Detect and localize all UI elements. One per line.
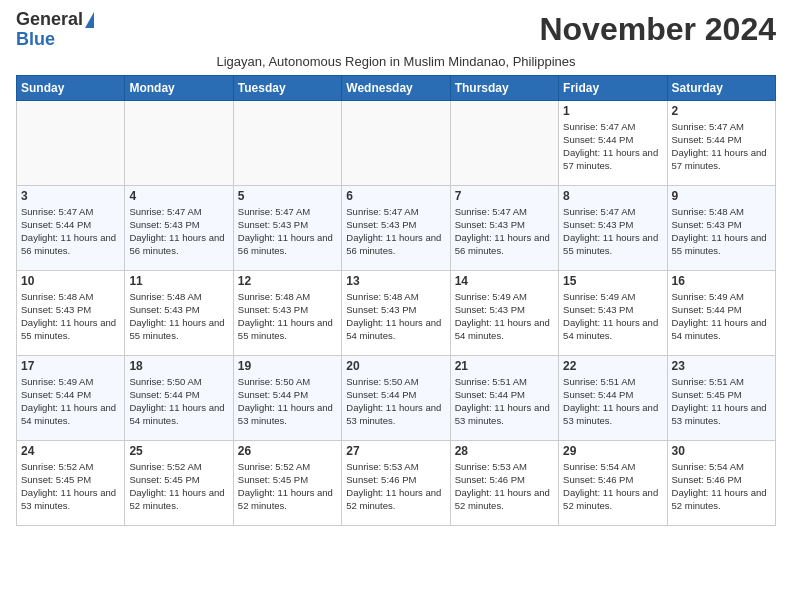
- day-info: Sunrise: 5:48 AMSunset: 5:43 PMDaylight:…: [21, 290, 120, 343]
- calendar-cell: 5Sunrise: 5:47 AMSunset: 5:43 PMDaylight…: [233, 185, 341, 270]
- calendar-cell: [233, 100, 341, 185]
- calendar-cell: 2Sunrise: 5:47 AMSunset: 5:44 PMDaylight…: [667, 100, 775, 185]
- calendar-cell: 19Sunrise: 5:50 AMSunset: 5:44 PMDayligh…: [233, 355, 341, 440]
- day-number: 18: [129, 359, 228, 373]
- calendar-cell: [125, 100, 233, 185]
- calendar-cell: 9Sunrise: 5:48 AMSunset: 5:43 PMDaylight…: [667, 185, 775, 270]
- day-info: Sunrise: 5:50 AMSunset: 5:44 PMDaylight:…: [346, 375, 445, 428]
- day-number: 17: [21, 359, 120, 373]
- day-number: 26: [238, 444, 337, 458]
- calendar-cell: 27Sunrise: 5:53 AMSunset: 5:46 PMDayligh…: [342, 440, 450, 525]
- day-number: 13: [346, 274, 445, 288]
- calendar-cell: [17, 100, 125, 185]
- day-info: Sunrise: 5:47 AMSunset: 5:43 PMDaylight:…: [455, 205, 554, 258]
- day-info: Sunrise: 5:47 AMSunset: 5:44 PMDaylight:…: [672, 120, 771, 173]
- day-number: 8: [563, 189, 662, 203]
- calendar-header-row: SundayMondayTuesdayWednesdayThursdayFrid…: [17, 75, 776, 100]
- day-number: 16: [672, 274, 771, 288]
- logo-triangle-icon: [85, 12, 94, 28]
- day-info: Sunrise: 5:47 AMSunset: 5:43 PMDaylight:…: [563, 205, 662, 258]
- day-info: Sunrise: 5:50 AMSunset: 5:44 PMDaylight:…: [129, 375, 228, 428]
- weekday-header-sunday: Sunday: [17, 75, 125, 100]
- calendar-cell: 7Sunrise: 5:47 AMSunset: 5:43 PMDaylight…: [450, 185, 558, 270]
- day-info: Sunrise: 5:51 AMSunset: 5:45 PMDaylight:…: [672, 375, 771, 428]
- day-info: Sunrise: 5:48 AMSunset: 5:43 PMDaylight:…: [672, 205, 771, 258]
- calendar-cell: 12Sunrise: 5:48 AMSunset: 5:43 PMDayligh…: [233, 270, 341, 355]
- calendar-cell: 14Sunrise: 5:49 AMSunset: 5:43 PMDayligh…: [450, 270, 558, 355]
- day-number: 10: [21, 274, 120, 288]
- day-number: 12: [238, 274, 337, 288]
- day-number: 7: [455, 189, 554, 203]
- day-info: Sunrise: 5:47 AMSunset: 5:44 PMDaylight:…: [21, 205, 120, 258]
- day-number: 21: [455, 359, 554, 373]
- day-number: 28: [455, 444, 554, 458]
- day-info: Sunrise: 5:50 AMSunset: 5:44 PMDaylight:…: [238, 375, 337, 428]
- calendar-cell: 13Sunrise: 5:48 AMSunset: 5:43 PMDayligh…: [342, 270, 450, 355]
- day-number: 30: [672, 444, 771, 458]
- calendar-cell: [450, 100, 558, 185]
- calendar-cell: 20Sunrise: 5:50 AMSunset: 5:44 PMDayligh…: [342, 355, 450, 440]
- calendar-cell: 4Sunrise: 5:47 AMSunset: 5:43 PMDaylight…: [125, 185, 233, 270]
- day-number: 22: [563, 359, 662, 373]
- weekday-header-saturday: Saturday: [667, 75, 775, 100]
- page-header: General Blue November 2024: [16, 10, 776, 50]
- day-info: Sunrise: 5:52 AMSunset: 5:45 PMDaylight:…: [238, 460, 337, 513]
- calendar-week-row: 3Sunrise: 5:47 AMSunset: 5:44 PMDaylight…: [17, 185, 776, 270]
- calendar-cell: [342, 100, 450, 185]
- day-info: Sunrise: 5:51 AMSunset: 5:44 PMDaylight:…: [455, 375, 554, 428]
- logo-blue-text: Blue: [16, 30, 55, 50]
- day-info: Sunrise: 5:54 AMSunset: 5:46 PMDaylight:…: [672, 460, 771, 513]
- calendar-cell: 8Sunrise: 5:47 AMSunset: 5:43 PMDaylight…: [559, 185, 667, 270]
- day-number: 3: [21, 189, 120, 203]
- day-number: 15: [563, 274, 662, 288]
- day-info: Sunrise: 5:49 AMSunset: 5:44 PMDaylight:…: [21, 375, 120, 428]
- calendar-cell: 28Sunrise: 5:53 AMSunset: 5:46 PMDayligh…: [450, 440, 558, 525]
- calendar-cell: 25Sunrise: 5:52 AMSunset: 5:45 PMDayligh…: [125, 440, 233, 525]
- weekday-header-tuesday: Tuesday: [233, 75, 341, 100]
- weekday-header-monday: Monday: [125, 75, 233, 100]
- day-number: 9: [672, 189, 771, 203]
- day-number: 25: [129, 444, 228, 458]
- calendar-cell: 24Sunrise: 5:52 AMSunset: 5:45 PMDayligh…: [17, 440, 125, 525]
- calendar-cell: 16Sunrise: 5:49 AMSunset: 5:44 PMDayligh…: [667, 270, 775, 355]
- day-info: Sunrise: 5:49 AMSunset: 5:43 PMDaylight:…: [455, 290, 554, 343]
- calendar-cell: 11Sunrise: 5:48 AMSunset: 5:43 PMDayligh…: [125, 270, 233, 355]
- weekday-header-thursday: Thursday: [450, 75, 558, 100]
- day-number: 23: [672, 359, 771, 373]
- day-number: 11: [129, 274, 228, 288]
- calendar-week-row: 1Sunrise: 5:47 AMSunset: 5:44 PMDaylight…: [17, 100, 776, 185]
- day-number: 19: [238, 359, 337, 373]
- day-info: Sunrise: 5:51 AMSunset: 5:44 PMDaylight:…: [563, 375, 662, 428]
- day-number: 6: [346, 189, 445, 203]
- day-number: 14: [455, 274, 554, 288]
- calendar-cell: 18Sunrise: 5:50 AMSunset: 5:44 PMDayligh…: [125, 355, 233, 440]
- calendar-week-row: 10Sunrise: 5:48 AMSunset: 5:43 PMDayligh…: [17, 270, 776, 355]
- calendar-cell: 15Sunrise: 5:49 AMSunset: 5:43 PMDayligh…: [559, 270, 667, 355]
- day-info: Sunrise: 5:52 AMSunset: 5:45 PMDaylight:…: [129, 460, 228, 513]
- calendar-cell: 10Sunrise: 5:48 AMSunset: 5:43 PMDayligh…: [17, 270, 125, 355]
- calendar-cell: 22Sunrise: 5:51 AMSunset: 5:44 PMDayligh…: [559, 355, 667, 440]
- day-number: 4: [129, 189, 228, 203]
- logo-general-text: General: [16, 10, 83, 30]
- day-number: 20: [346, 359, 445, 373]
- day-info: Sunrise: 5:53 AMSunset: 5:46 PMDaylight:…: [346, 460, 445, 513]
- day-info: Sunrise: 5:47 AMSunset: 5:43 PMDaylight:…: [346, 205, 445, 258]
- calendar-table: SundayMondayTuesdayWednesdayThursdayFrid…: [16, 75, 776, 526]
- calendar-cell: 21Sunrise: 5:51 AMSunset: 5:44 PMDayligh…: [450, 355, 558, 440]
- weekday-header-wednesday: Wednesday: [342, 75, 450, 100]
- day-info: Sunrise: 5:52 AMSunset: 5:45 PMDaylight:…: [21, 460, 120, 513]
- day-info: Sunrise: 5:48 AMSunset: 5:43 PMDaylight:…: [346, 290, 445, 343]
- day-info: Sunrise: 5:47 AMSunset: 5:43 PMDaylight:…: [238, 205, 337, 258]
- day-info: Sunrise: 5:49 AMSunset: 5:44 PMDaylight:…: [672, 290, 771, 343]
- weekday-header-friday: Friday: [559, 75, 667, 100]
- day-number: 5: [238, 189, 337, 203]
- day-info: Sunrise: 5:53 AMSunset: 5:46 PMDaylight:…: [455, 460, 554, 513]
- calendar-cell: 17Sunrise: 5:49 AMSunset: 5:44 PMDayligh…: [17, 355, 125, 440]
- calendar-cell: 23Sunrise: 5:51 AMSunset: 5:45 PMDayligh…: [667, 355, 775, 440]
- day-number: 24: [21, 444, 120, 458]
- day-number: 29: [563, 444, 662, 458]
- calendar-cell: 30Sunrise: 5:54 AMSunset: 5:46 PMDayligh…: [667, 440, 775, 525]
- day-number: 2: [672, 104, 771, 118]
- calendar-cell: 26Sunrise: 5:52 AMSunset: 5:45 PMDayligh…: [233, 440, 341, 525]
- day-number: 27: [346, 444, 445, 458]
